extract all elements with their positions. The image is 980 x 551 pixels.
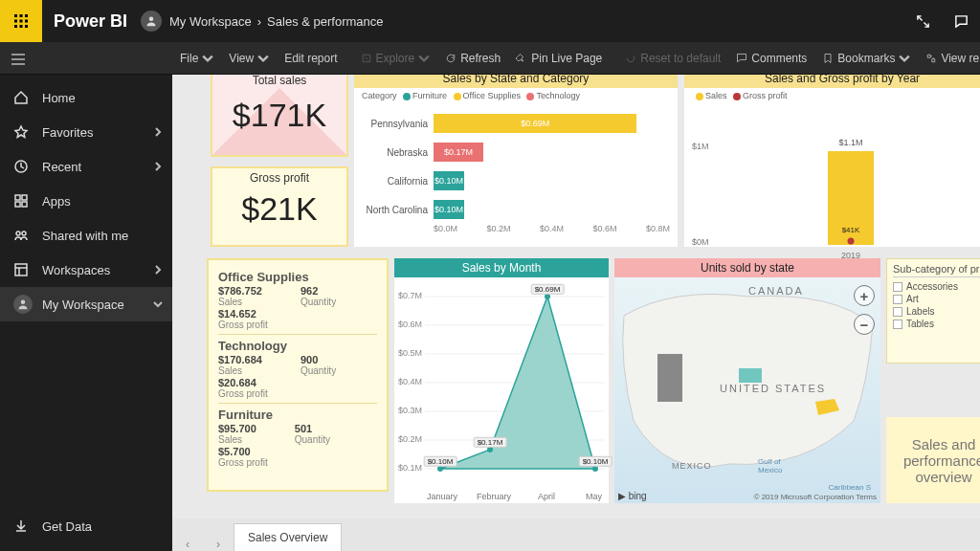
svg-rect-30 bbox=[657, 354, 682, 402]
checkbox-icon[interactable] bbox=[893, 295, 902, 304]
svg-point-18 bbox=[21, 300, 26, 305]
refresh-button[interactable]: Refresh bbox=[437, 42, 508, 74]
tile-subcategory-slicer[interactable]: Sub-category of prod Accessories Art Lab… bbox=[886, 258, 980, 364]
fullscreen-button[interactable] bbox=[903, 2, 942, 40]
brand-label: Power BI bbox=[54, 11, 127, 32]
bing-logo: ▶ bing bbox=[618, 491, 647, 501]
chat-button[interactable] bbox=[942, 2, 980, 40]
edit-report-button[interactable]: Edit report bbox=[277, 42, 345, 74]
svg-rect-4 bbox=[20, 20, 23, 23]
slicer-item[interactable]: Labels bbox=[893, 305, 980, 318]
svg-rect-8 bbox=[25, 25, 28, 28]
svg-point-29 bbox=[592, 466, 598, 472]
svg-rect-2 bbox=[25, 14, 28, 17]
kpi-value: $171K bbox=[212, 97, 346, 134]
view-related-button[interactable]: View related bbox=[918, 42, 980, 74]
tile-units-by-state-map[interactable]: Units sold by state CANADA UNITED STATES… bbox=[614, 258, 880, 503]
map-zoom-out[interactable]: − bbox=[854, 314, 875, 335]
tile-title: Sales by Month bbox=[394, 258, 609, 277]
x-axis: $0.0M$0.2M$0.4M$0.6M$0.8M bbox=[434, 224, 670, 233]
avatar-icon bbox=[141, 11, 162, 32]
svg-rect-17 bbox=[15, 264, 27, 276]
svg-rect-6 bbox=[14, 25, 17, 28]
breadcrumb-sep: › bbox=[257, 14, 261, 29]
svg-rect-1 bbox=[20, 14, 23, 17]
nav-my-workspace[interactable]: My Workspace bbox=[0, 287, 172, 321]
svg-point-9 bbox=[149, 17, 154, 22]
nav-workspaces[interactable]: Workspaces bbox=[0, 253, 172, 287]
checkbox-icon[interactable] bbox=[893, 307, 902, 317]
svg-rect-12 bbox=[22, 195, 27, 200]
bookmarks-button[interactable]: Bookmarks bbox=[814, 42, 918, 74]
svg-rect-0 bbox=[14, 14, 17, 17]
report-canvas: Total sales $171K Gross profit $21K Sale… bbox=[172, 75, 980, 518]
chart-legend: Sales Gross profit bbox=[684, 88, 980, 103]
chart-legend: Category Furniture Office Supplies Techn… bbox=[354, 88, 678, 103]
kpi-title: Gross profit bbox=[212, 171, 346, 185]
kpi-title: Total sales bbox=[212, 75, 346, 87]
view-menu[interactable]: View bbox=[221, 42, 277, 74]
report-toolbar: File View Edit report Explore Refresh Pi… bbox=[0, 42, 980, 75]
svg-rect-7 bbox=[20, 25, 23, 28]
prev-page-button[interactable]: ‹ bbox=[172, 538, 203, 551]
map-zoom-in[interactable]: + bbox=[854, 285, 875, 306]
tile-sales-gross-profit-year[interactable]: Sales and Gross profit by Year Sales Gro… bbox=[684, 75, 980, 247]
slicer-item[interactable]: Art bbox=[893, 293, 980, 305]
explore-button[interactable]: Explore bbox=[353, 42, 438, 74]
tile-title: Units sold by state bbox=[614, 258, 880, 277]
pin-live-button[interactable]: Pin Live Page bbox=[508, 42, 610, 74]
comments-button[interactable]: Comments bbox=[728, 42, 814, 74]
reset-button[interactable]: Reset to default bbox=[617, 42, 728, 74]
svg-rect-5 bbox=[25, 20, 28, 23]
svg-point-16 bbox=[22, 231, 26, 235]
tile-overview[interactable]: Sales and performance overview bbox=[886, 417, 980, 503]
checkbox-icon[interactable] bbox=[893, 282, 902, 292]
nav-get-data[interactable]: Get Data bbox=[0, 509, 172, 543]
titlebar: Power BI My Workspace › Sales & performa… bbox=[0, 0, 980, 42]
svg-rect-14 bbox=[22, 202, 27, 207]
nav-home[interactable]: Home bbox=[0, 80, 172, 115]
nav-shared[interactable]: Shared with me bbox=[0, 218, 172, 253]
svg-rect-13 bbox=[15, 202, 20, 207]
app-launcher-button[interactable] bbox=[0, 0, 42, 42]
page-tabs: ‹ › Sales Overview bbox=[172, 518, 980, 551]
slicer-title: Sub-category of prod bbox=[893, 263, 980, 277]
svg-point-15 bbox=[16, 231, 20, 235]
breadcrumb-workspace[interactable]: My Workspace bbox=[169, 14, 252, 29]
checkbox-icon[interactable] bbox=[893, 320, 902, 329]
slicer-item[interactable]: Accessories bbox=[893, 280, 980, 293]
file-menu[interactable]: File bbox=[172, 42, 221, 74]
nav-recent[interactable]: Recent bbox=[0, 149, 172, 184]
svg-rect-3 bbox=[14, 20, 17, 23]
tile-title: Sales by State and Category bbox=[354, 75, 678, 88]
tile-title: Sales and Gross profit by Year bbox=[684, 75, 980, 88]
nav-apps[interactable]: Apps bbox=[0, 184, 172, 218]
tile-sales-by-month[interactable]: Sales by Month $0.7M $0.6M $0.5M $0.4M $… bbox=[394, 258, 609, 503]
tile-sales-by-state-category[interactable]: Sales by State and Category Category Fur… bbox=[354, 75, 678, 247]
overview-text: Sales and performance overview bbox=[894, 436, 980, 485]
hamburger-icon[interactable] bbox=[11, 52, 26, 70]
kpi-value: $21K bbox=[212, 190, 346, 228]
tab-sales-overview[interactable]: Sales Overview bbox=[234, 523, 342, 551]
svg-point-28 bbox=[545, 294, 550, 299]
svg-rect-11 bbox=[15, 195, 20, 200]
next-page-button[interactable]: › bbox=[203, 538, 234, 551]
svg-point-27 bbox=[487, 447, 493, 452]
tile-gross-profit[interactable]: Gross profit $21K bbox=[211, 166, 348, 247]
nav-favorites[interactable]: Favorites bbox=[0, 115, 172, 149]
tile-total-sales[interactable]: Total sales $171K bbox=[211, 75, 348, 157]
svg-rect-31 bbox=[739, 368, 762, 383]
tile-category-summary[interactable]: Office Supplies $786.752Sales962Quantity… bbox=[207, 258, 389, 492]
svg-point-26 bbox=[437, 466, 443, 472]
map-attribution: © 2019 Microsoft Corporation Terms bbox=[754, 493, 877, 501]
slicer-item[interactable]: Tables bbox=[893, 318, 980, 330]
left-nav: Home Favorites Recent Apps Shared with m… bbox=[0, 75, 172, 551]
breadcrumb-report[interactable]: Sales & performance bbox=[267, 14, 383, 29]
